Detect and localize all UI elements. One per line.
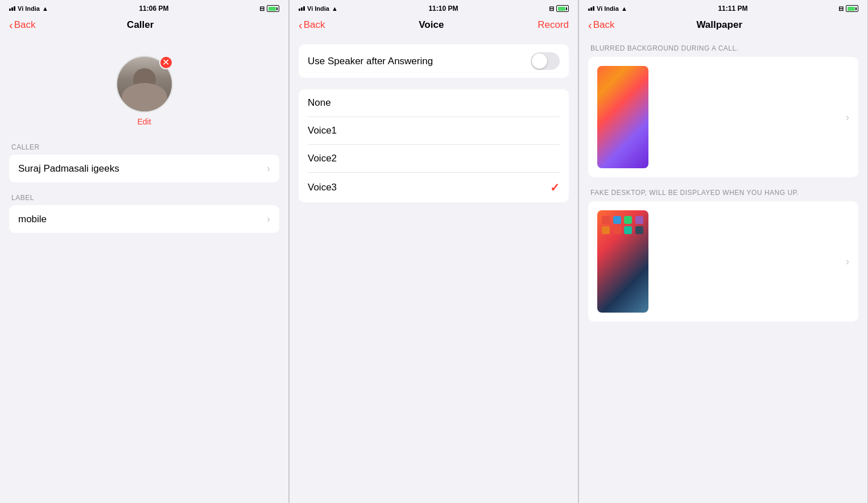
wifi-icon-3: ▲ (621, 5, 627, 12)
caller-row[interactable]: Suraj Padmasali igeeks › (9, 155, 279, 182)
speaker-toggle-card: Use Speaker after Answering (299, 44, 569, 78)
status-left-2: Vi India ▲ (299, 5, 338, 12)
nav-bar-3: ‹ Back Wallpaper (579, 16, 867, 35)
nav-bar-2: ‹ Back Voice Record (290, 16, 578, 35)
caller-section-label: CALLER (9, 143, 279, 151)
signal-bar (590, 7, 592, 11)
avatar-section: ✕ Edit (9, 44, 279, 143)
caller-value: Suraj Padmasali igeeks (18, 163, 119, 174)
back-button-1[interactable]: ‹ Back (9, 19, 35, 31)
back-label-2: Back (304, 19, 325, 31)
time-3: 11:11 PM (718, 5, 747, 13)
desktop-icon (602, 216, 610, 224)
desktop-icon (635, 226, 643, 234)
status-left-1: Vi India ▲ (9, 5, 48, 12)
battery-icon-1 (267, 5, 279, 12)
time-2: 11:10 PM (428, 5, 458, 13)
record-button[interactable]: Record (538, 19, 569, 31)
signal-bar (299, 9, 300, 11)
back-button-3[interactable]: ‹ Back (588, 19, 614, 31)
battery-icon-3 (846, 5, 858, 12)
charging-icon-1: ⊟ (259, 5, 264, 13)
carrier-label-2: Vi India (307, 5, 329, 12)
page-title-3: Wallpaper (696, 19, 742, 31)
voice-row-none[interactable]: None (308, 89, 560, 117)
signal-bar (588, 9, 590, 11)
wp-section-2-label: FAKE DESKTOP, WILL BE DISPLAYED WHEN YOU… (588, 189, 858, 197)
voice-name-none: None (308, 97, 331, 109)
signal-bar (11, 7, 13, 11)
battery-tip-1 (276, 7, 278, 10)
status-right-1: ⊟ (259, 5, 279, 13)
phone-screen-1: Vi India ▲ 11:06 PM ⊟ ‹ Back Caller (0, 0, 289, 503)
remove-avatar-button[interactable]: ✕ (159, 56, 173, 69)
label-row[interactable]: mobile › (9, 205, 279, 233)
wifi-icon-1: ▲ (42, 5, 48, 12)
wp-section-1-label: BLURRED BACKGROUND DURING A CALL. (588, 44, 858, 52)
toggle-knob (532, 53, 547, 69)
signal-bar (9, 9, 11, 11)
desktop-icons (602, 216, 644, 234)
charging-icon-3: ⊟ (838, 5, 844, 13)
status-bar-2: Vi India ▲ 11:10 PM ⊟ (290, 0, 578, 16)
desktop-icon (613, 216, 621, 224)
edit-avatar-button[interactable]: Edit (137, 117, 151, 126)
signal-bars-3 (588, 6, 594, 11)
wp-card-1[interactable]: › (588, 57, 858, 177)
voice-row-2[interactable]: Voice2 (308, 145, 560, 173)
desktop-icon (635, 216, 643, 224)
desktop-icon (613, 226, 621, 234)
status-right-2: ⊟ (549, 5, 569, 13)
voice-row-3[interactable]: Voice3 ✓ (308, 173, 560, 202)
battery-icon-2 (556, 5, 569, 12)
voice-list: None Voice1 Voice2 Voice3 ✓ (299, 89, 569, 202)
speaker-toggle-label: Use Speaker after Answering (308, 56, 433, 67)
desktop-icon (624, 226, 632, 234)
time-1: 11:06 PM (139, 5, 168, 13)
label-value: mobile (18, 214, 47, 225)
wifi-icon-2: ▲ (332, 5, 338, 12)
content-1: ✕ Edit CALLER Suraj Padmasali igeeks › L… (0, 35, 288, 503)
nav-bar-1: ‹ Back Caller (0, 16, 288, 35)
back-chevron-3: ‹ (588, 19, 592, 31)
wp-chevron-icon-2: › (846, 256, 849, 268)
label-section-label: LABEL (9, 194, 279, 202)
voice-name-1: Voice1 (308, 125, 337, 136)
charging-icon-2: ⊟ (549, 5, 554, 13)
voice-row-1[interactable]: Voice1 (308, 117, 560, 145)
signal-bar (303, 6, 305, 11)
label-chevron-icon: › (267, 213, 270, 225)
signal-bar (14, 6, 15, 11)
battery-fill-1 (268, 7, 276, 11)
voice-name-2: Voice2 (308, 153, 337, 164)
label-item[interactable]: mobile › (18, 205, 270, 233)
signal-bar (593, 6, 594, 11)
wp-desktop-preview (597, 210, 648, 313)
back-label-3: Back (593, 19, 615, 31)
voice-name-3: Voice3 (308, 182, 337, 193)
battery-fill-2 (558, 7, 565, 11)
caller-item[interactable]: Suraj Padmasali igeeks › (18, 155, 270, 182)
back-label-1: Back (14, 19, 36, 31)
signal-bars-2 (299, 6, 305, 11)
content-3: BLURRED BACKGROUND DURING A CALL. › FAKE… (579, 35, 867, 503)
checkmark-icon: ✓ (550, 181, 560, 194)
phone-screen-3: Vi India ▲ 11:11 PM ⊟ ‹ Back Wallpaper B… (579, 0, 868, 503)
wp-gradient-1 (597, 66, 648, 168)
carrier-label-3: Vi India (597, 5, 619, 12)
back-chevron-2: ‹ (299, 19, 303, 31)
desktop-icon (624, 216, 632, 224)
wp-card-2[interactable]: › (588, 201, 858, 322)
back-chevron-1: ‹ (9, 19, 13, 31)
avatar-wrapper: ✕ (116, 56, 173, 113)
speaker-toggle-switch[interactable] (531, 52, 560, 70)
signal-bar (301, 7, 303, 11)
back-button-2[interactable]: ‹ Back (299, 19, 325, 31)
status-right-3: ⊟ (838, 5, 858, 13)
phone-screen-2: Vi India ▲ 11:10 PM ⊟ ‹ Back Voice Recor… (290, 0, 578, 503)
battery-fill-3 (848, 7, 855, 11)
battery-tip-3 (855, 7, 857, 10)
status-left-3: Vi India ▲ (588, 5, 627, 12)
wp-chevron-icon-1: › (846, 111, 849, 123)
page-title-1: Caller (127, 19, 154, 31)
